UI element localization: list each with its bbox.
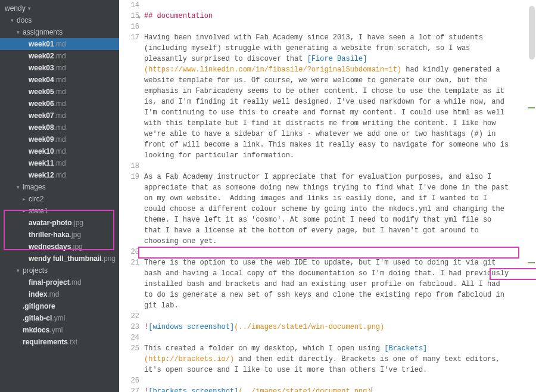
code-line-26[interactable] [144, 375, 512, 386]
code-line-27[interactable]: ![brackets screenshot](../images/state1/… [144, 386, 512, 392]
editor-scrollbar[interactable] [528, 0, 535, 392]
sidebar-file-wendy full_thumbnail.png[interactable]: wendy full_thumbnail.png [0, 253, 119, 265]
chevron-down-icon: ▾ [17, 184, 23, 190]
line-number: 16 [119, 21, 139, 32]
line-number: 23 [119, 322, 139, 332]
line-number: 25 [119, 343, 139, 375]
sidebar-file-mkdocs.yml[interactable]: mkdocs.yml [0, 324, 119, 336]
annotation-box-sidebar [4, 210, 114, 250]
sidebar-file-week11.md[interactable]: week11.md [0, 157, 119, 169]
line-number: 21 [119, 257, 139, 311]
sidebar-file-week10.md[interactable]: week10.md [0, 145, 119, 157]
line-number: 24 [119, 332, 139, 343]
sidebar-file-index.md[interactable]: index.md [0, 288, 119, 300]
line-number: 17 [119, 32, 139, 161]
chevron-down-icon: ▾ [28, 5, 34, 11]
sidebar-file-week12.md[interactable]: week12.md [0, 169, 119, 181]
code-line-14[interactable] [144, 0, 512, 11]
code-line-19[interactable]: As a Fab Academy instructor I appreciate… [144, 172, 512, 247]
code-line-22[interactable] [144, 311, 512, 322]
sidebar-folder-circ2[interactable]: ▸circ2 [0, 193, 119, 205]
sidebar-file-requirements.txt[interactable]: requirements.txt [0, 336, 119, 348]
code-editor[interactable]: 1415▼16171819202122232425262728293031▼32… [119, 0, 536, 392]
scroll-tickmark [528, 107, 535, 108]
scroll-thumb[interactable] [529, 6, 535, 60]
code-line-18[interactable] [144, 161, 512, 172]
sidebar-file-final-project.md[interactable]: final-project.md [0, 276, 119, 288]
sidebar-file-.gitlab-ci.yml[interactable]: .gitlab-ci.yml [0, 312, 119, 324]
line-number: 15▼ [119, 11, 139, 21]
sidebar-file-week04.md[interactable]: week04.md [0, 74, 119, 86]
line-number: 27 [119, 386, 139, 392]
code-line-16[interactable] [144, 21, 512, 32]
sidebar-folder-docs[interactable]: ▾docs [0, 14, 119, 26]
chevron-down-icon: ▾ [17, 29, 23, 35]
file-tree-sidebar[interactable]: wendy ▾ ▾docs▾assignmentsweek01.mdweek02… [0, 0, 119, 392]
sidebar-file-.gitignore[interactable]: .gitignore [0, 300, 119, 312]
code-line-15[interactable]: ## documentation [144, 11, 512, 21]
code-line-21[interactable]: There is the option to use the web IDE t… [144, 257, 512, 311]
code-line-17[interactable]: Having been involved with Fab Academy si… [144, 32, 512, 161]
line-number: 18 [119, 161, 139, 172]
line-number: 22 [119, 311, 139, 322]
sidebar-file-week08.md[interactable]: week08.md [0, 122, 119, 133]
sidebar-file-week05.md[interactable]: week05.md [0, 86, 119, 98]
sidebar-file-week09.md[interactable]: week09.md [0, 133, 119, 145]
sidebar-file-week03.md[interactable]: week03.md [0, 62, 119, 74]
line-number: 26 [119, 375, 139, 386]
sidebar-folder-projects[interactable]: ▾projects [0, 265, 119, 276]
sidebar-root[interactable]: wendy ▾ [0, 2, 119, 14]
sidebar-folder-assignments[interactable]: ▾assignments [0, 26, 119, 38]
sidebar-folder-images[interactable]: ▾images [0, 181, 119, 193]
chevron-down-icon: ▾ [11, 17, 17, 23]
code-line-20[interactable] [144, 247, 512, 257]
sidebar-file-week07.md[interactable]: week07.md [0, 110, 119, 122]
sidebar-file-week06.md[interactable]: week06.md [0, 98, 119, 110]
code-area[interactable]: ## documentationHaving been involved wit… [144, 0, 536, 392]
line-number: 19 [119, 172, 139, 247]
line-number: 20 [119, 247, 139, 257]
scroll-tickmark [528, 262, 535, 263]
code-line-23[interactable]: ![windows screenshot](../images/state1/w… [144, 322, 512, 332]
chevron-right-icon: ▸ [23, 196, 29, 202]
code-line-24[interactable] [144, 332, 512, 343]
line-number-gutter: 1415▼16171819202122232425262728293031▼32… [119, 0, 144, 392]
code-line-25[interactable]: This created a folder on my desktop, whi… [144, 343, 512, 375]
sidebar-file-week01.md[interactable]: week01.md [0, 38, 119, 50]
sidebar-file-week02.md[interactable]: week02.md [0, 50, 119, 62]
line-number: 14 [119, 0, 139, 11]
chevron-down-icon: ▾ [17, 267, 23, 273]
